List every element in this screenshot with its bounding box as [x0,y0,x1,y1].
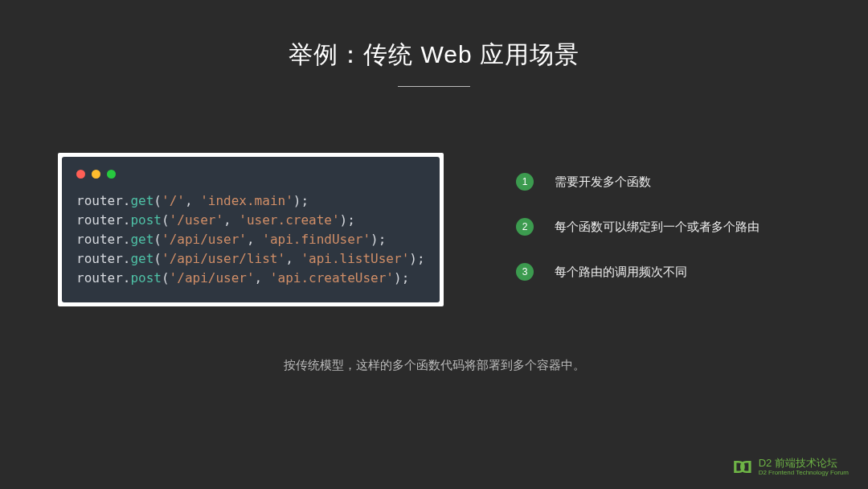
maximize-icon [107,170,116,179]
code-line: router.post('/api/user', 'api.createUser… [76,269,425,288]
bullet-number-badge: 1 [516,173,534,191]
bullet-text: 每个路由的调用频次不同 [555,265,687,280]
bullet-number-badge: 2 [516,218,534,236]
minimize-icon [92,170,100,179]
slide-title: 举例：传统 Web 应用场景 [0,0,868,72]
logo-icon: DD [733,457,752,478]
window-controls [76,170,425,179]
bullet-text: 需要开发多个函数 [555,175,651,190]
close-icon [76,170,85,179]
code-line: router.post('/user', 'user.create'); [76,211,425,230]
footer-logo: DD D2 前端技术论坛 D2 Frontend Technology Foru… [733,457,849,478]
content-area: router.get('/', 'index.main'); router.po… [0,87,868,308]
logo-text: D2 前端技术论坛 D2 Frontend Technology Forum [759,458,849,476]
code-window: router.get('/', 'index.main'); router.po… [58,153,444,306]
terminal-inner: router.get('/', 'index.main'); router.po… [62,157,440,302]
bullet-text: 每个函数可以绑定到一个或者多个路由 [555,220,760,235]
list-item: 2 每个函数可以绑定到一个或者多个路由 [516,218,820,236]
code-line: router.get('/api/user/list', 'api.listUs… [76,249,425,269]
list-item: 1 需要开发多个函数 [516,173,820,191]
code-line: router.get('/', 'index.main'); [76,191,425,211]
logo-title: D2 前端技术论坛 [759,458,849,469]
bullet-number-badge: 3 [516,263,534,281]
caption-text: 按传统模型，这样的多个函数代码将部署到多个容器中。 [0,358,868,373]
bullet-list: 1 需要开发多个函数 2 每个函数可以绑定到一个或者多个路由 3 每个路由的调用… [444,153,820,308]
code-block: router.get('/', 'index.main'); router.po… [76,191,425,288]
logo-subtitle: D2 Frontend Technology Forum [759,470,849,477]
code-line: router.get('/api/user', 'api.findUser'); [76,230,425,249]
list-item: 3 每个路由的调用频次不同 [516,263,820,281]
